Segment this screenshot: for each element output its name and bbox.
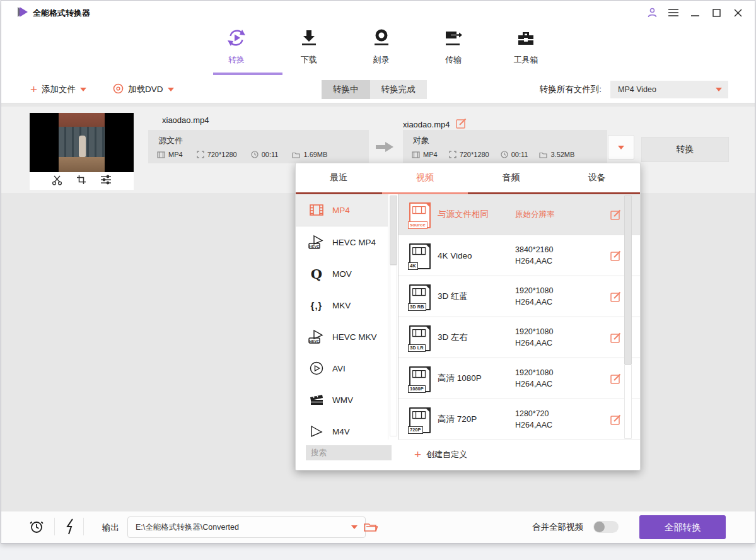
tab-converting[interactable]: 转换中	[322, 80, 370, 99]
edit-preset-icon[interactable]	[610, 332, 621, 346]
tab-transfer-label: 传输	[445, 54, 462, 66]
target-filename: xiaodao.mp4	[403, 120, 450, 129]
titlebar: 全能格式转换器	[1, 1, 755, 23]
format-item-mp4[interactable]: MP4	[296, 194, 388, 226]
tab-convert[interactable]: 转换	[209, 23, 264, 74]
tab-download[interactable]: 下载	[282, 23, 336, 74]
download-icon	[300, 28, 318, 50]
content-area: xiaodao.mp4 源文件 MP4 720*1280 00:11	[1, 103, 755, 511]
transfer-icon	[444, 28, 463, 50]
convert-button[interactable]: 转换	[641, 137, 729, 162]
app-title: 全能格式转换器	[33, 8, 90, 19]
output-path-select[interactable]: E:\全能格式转换器\Converted	[127, 516, 366, 538]
source-resolution: 720*1280	[197, 151, 237, 158]
source-preset-icon: source	[409, 202, 431, 228]
popup-tab-audio[interactable]: 音频	[468, 163, 554, 192]
popup-tabs: 最近 视频 音频 设备	[296, 163, 640, 194]
convert-all-button[interactable]: 全部转换	[639, 515, 726, 539]
preset-list-scrollbar[interactable]	[623, 194, 632, 440]
preset-list: source 与源文件相同 原始分辨率 4K	[398, 194, 640, 440]
target-info-box: 对象 MP4 720*1280 00:11	[403, 130, 607, 163]
merge-videos-label: 合并全部视频	[532, 522, 583, 533]
schedule-icon[interactable]	[28, 518, 45, 535]
target-size: 3.52MB	[539, 151, 574, 158]
target-duration: 00:11	[501, 151, 528, 158]
toggle-knob	[594, 522, 605, 532]
close-icon[interactable]	[732, 7, 743, 18]
1080p-preset-icon: 1080P	[409, 366, 431, 392]
video-file-icon	[412, 151, 420, 158]
folder-icon	[539, 151, 547, 158]
convert-icon	[227, 28, 246, 50]
open-folder-icon[interactable]	[362, 518, 380, 535]
minimize-icon[interactable]	[689, 7, 701, 18]
trim-icon[interactable]	[52, 175, 62, 188]
edit-preset-icon[interactable]	[610, 414, 621, 428]
format-item-avi[interactable]: AVI	[296, 353, 388, 384]
toolbox-icon	[516, 28, 535, 50]
plus-icon: +	[30, 85, 37, 94]
format-item-mov[interactable]: Q MOV	[296, 258, 388, 289]
source-format: MP4	[157, 151, 183, 158]
m4v-play-icon	[308, 423, 325, 440]
popup-footer: + 创建自定义	[296, 440, 640, 470]
merge-toggle[interactable]	[593, 521, 619, 533]
load-dvd-button[interactable]: 加载DVD	[113, 83, 174, 96]
chevron-down-icon	[351, 525, 358, 529]
format-item-hevc-mkv[interactable]: HEVC HEVC MKV	[296, 321, 388, 353]
format-item-hevc-mp4[interactable]: HEVC HEVC MP4	[296, 226, 388, 258]
create-custom-button[interactable]: + 创建自定义	[414, 440, 467, 470]
tab-burn-label: 刻录	[373, 54, 390, 66]
tab-toolbox-label: 工具箱	[514, 54, 538, 66]
format-list-scrollbar[interactable]	[388, 194, 398, 440]
add-files-button[interactable]: + 添加文件	[30, 84, 86, 95]
popup-tab-recent[interactable]: 最近	[296, 163, 382, 192]
popup-tab-video[interactable]: 视频	[382, 163, 468, 192]
4k-preset-icon: 4K	[409, 243, 431, 269]
format-item-m4v[interactable]: M4V	[296, 416, 388, 440]
hevc-play-icon: HEVC	[308, 329, 325, 345]
app-window: 全能格式转换器	[1, 0, 755, 544]
format-item-wmv[interactable]: WMV	[296, 384, 388, 416]
edit-preset-icon[interactable]	[610, 250, 621, 264]
preset-3d-red-blue[interactable]: 3D RB 3D 红蓝 1920*1080H264,AAC	[398, 276, 640, 317]
tab-download-label: 下载	[301, 54, 317, 66]
tab-toolbox[interactable]: 工具箱	[499, 23, 553, 74]
effects-icon[interactable]	[100, 175, 112, 187]
user-account-icon[interactable]	[646, 7, 658, 18]
resolution-icon	[197, 151, 204, 158]
bottom-bar: 输出 E:\全能格式转换器\Converted 合并全部视频 全部转换	[1, 511, 755, 543]
burn-disc-icon	[373, 28, 390, 50]
edit-preset-icon[interactable]	[610, 373, 621, 387]
preset-same-as-source[interactable]: source 与源文件相同 原始分辨率	[398, 194, 640, 235]
source-size: 1.69MB	[292, 151, 327, 158]
preset-4k-video[interactable]: 4K 4K Video 3840*2160H264,AAC	[398, 235, 640, 276]
search-input[interactable]	[306, 445, 392, 460]
popup-tab-device[interactable]: 设备	[554, 163, 641, 192]
edit-preset-icon[interactable]	[610, 209, 621, 223]
tab-converted[interactable]: 转换完成	[370, 80, 427, 99]
format-item-mkv[interactable]: {,} MKV	[296, 289, 388, 321]
edit-preset-icon[interactable]	[610, 291, 621, 305]
output-label: 输出	[102, 522, 119, 534]
high-speed-icon[interactable]	[61, 518, 79, 535]
tab-burn[interactable]: 刻录	[354, 23, 409, 74]
chevron-down-icon	[618, 146, 624, 149]
maximize-icon[interactable]	[711, 7, 722, 18]
video-file-icon	[157, 151, 165, 158]
3d-rb-preset-icon: 3D RB	[409, 284, 431, 310]
output-format-select[interactable]: MP4 Video	[610, 81, 728, 98]
thumbnail-image	[59, 113, 105, 172]
separator	[83, 518, 84, 535]
crop-icon[interactable]	[76, 175, 86, 187]
format-dropdown-button[interactable]	[608, 135, 634, 160]
tab-transfer[interactable]: 传输	[426, 23, 480, 74]
quicktime-icon: Q	[308, 265, 325, 282]
output-path-value: E:\全能格式转换器\Converted	[136, 522, 239, 533]
rename-icon[interactable]	[456, 118, 467, 131]
preset-hd-1080p[interactable]: 1080P 高清 1080P 1920*1080H264,AAC	[398, 358, 640, 399]
menu-icon[interactable]	[668, 7, 679, 18]
clock-icon	[251, 151, 259, 158]
preset-hd-720p[interactable]: 720P 高清 720P 1280*720H264,AAC	[398, 399, 640, 440]
preset-3d-left-right[interactable]: 3D LR 3D 左右 1920*1080H264,AAC	[398, 317, 640, 358]
